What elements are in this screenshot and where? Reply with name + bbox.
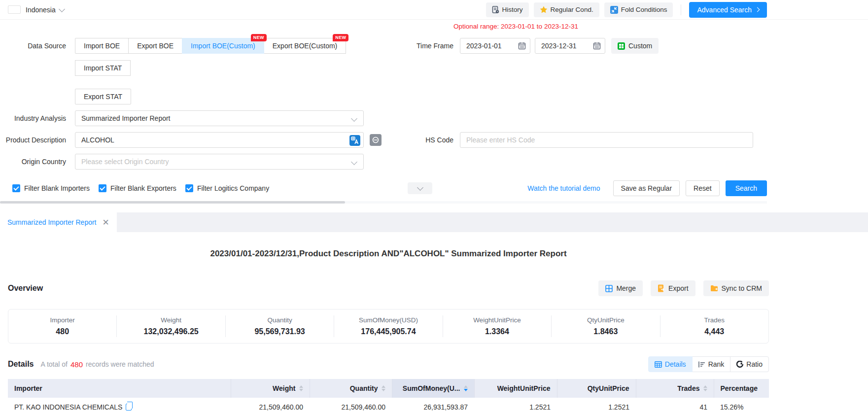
view-toggle: Details Rank Ratio xyxy=(648,356,769,372)
chevron-right-icon xyxy=(755,7,760,12)
product-description-input[interactable] xyxy=(81,136,347,144)
cell-weight: 21,509,460.00 xyxy=(231,398,310,413)
new-badge: NEW xyxy=(333,34,348,41)
sort-icon[interactable] xyxy=(703,385,707,391)
table-icon xyxy=(655,361,662,368)
tab-import-boe-custom[interactable]: Import BOE(Custom) NEW xyxy=(182,38,264,54)
tab-import-boe[interactable]: Import BOE xyxy=(75,38,129,54)
custom-range-button[interactable]: Custom xyxy=(611,38,659,54)
country-selector-label[interactable]: Indonesia xyxy=(26,6,56,14)
checkbox-checked-icon xyxy=(185,184,193,192)
checkbox-checked-icon xyxy=(99,184,106,192)
divider xyxy=(681,4,681,15)
filter-blank-importers-checkbox[interactable]: Filter Blank Importers xyxy=(12,184,90,192)
col-weight[interactable]: Weight xyxy=(231,379,310,398)
date-from-field[interactable] xyxy=(460,38,530,54)
match-suffix: records were matched xyxy=(86,360,154,368)
product-description-label: Product Description xyxy=(0,132,75,148)
report-title: 2023/01/01-2023/12/31,Product Descriptio… xyxy=(8,249,769,259)
advanced-search-button[interactable]: Advanced Search xyxy=(689,2,767,18)
product-description-field[interactable] xyxy=(75,132,364,148)
stat-trades: Trades 4,443 xyxy=(660,315,768,337)
col-importer: Importer xyxy=(8,379,231,398)
data-source-label: Data Source xyxy=(0,38,75,54)
date-to-input[interactable] xyxy=(541,42,590,50)
close-icon[interactable]: ✕ xyxy=(103,218,109,227)
stat-sum-of-money: SumOfMoney(USD) 176,445,905.74 xyxy=(334,315,442,337)
export-button[interactable]: Export xyxy=(651,280,695,296)
cell-sum-of-money: 26,931,593.87 xyxy=(392,398,474,413)
hs-code-input[interactable] xyxy=(466,136,747,144)
view-rank-button[interactable]: Rank xyxy=(692,356,731,372)
collapse-form-button[interactable] xyxy=(408,182,432,194)
save-as-regular-button[interactable]: Save as Regular xyxy=(613,180,680,196)
copy-icon[interactable] xyxy=(126,404,132,411)
col-weight-unit-price: WeightUnitPrice xyxy=(474,379,557,398)
sort-desc-icon[interactable] xyxy=(464,385,468,391)
col-sum-of-money[interactable]: SumOfMoney(U... xyxy=(392,379,474,398)
hs-code-field[interactable] xyxy=(460,132,753,148)
date-from-input[interactable] xyxy=(466,42,515,50)
cell-quantity: 21,509,460.00 xyxy=(310,398,392,413)
match-prefix: A total of xyxy=(40,360,67,368)
tutorial-demo-link[interactable]: Watch the tutorial demo xyxy=(527,184,600,192)
filter-logitics-company-checkbox[interactable]: Filter Logitics Company xyxy=(185,184,269,192)
sort-icon[interactable] xyxy=(299,385,303,391)
chevron-down-icon xyxy=(351,159,357,165)
chevron-down-icon xyxy=(417,184,423,191)
scrollbar-thumb[interactable] xyxy=(0,201,345,204)
new-badge: NEW xyxy=(251,34,267,41)
cell-weight-unit-price: 1.2521 xyxy=(474,398,557,413)
overview-heading: Overview xyxy=(8,284,43,293)
top-bar: Indonesia History Regular Cond. Fold Con… xyxy=(0,0,868,20)
view-ratio-button[interactable]: Ratio xyxy=(730,356,769,372)
search-button[interactable]: Search xyxy=(726,180,767,196)
col-quantity[interactable]: Quantity xyxy=(310,379,392,398)
fold-icon xyxy=(610,6,618,14)
tab-summarized-importer-report[interactable]: Summarized Importer Report ✕ xyxy=(0,212,117,232)
chevron-down-icon[interactable] xyxy=(59,6,65,12)
origin-country-select[interactable]: Please select Origin Country xyxy=(75,154,364,170)
regular-cond-button[interactable]: Regular Cond. xyxy=(534,2,599,17)
tab-import-stat[interactable]: Import STAT xyxy=(75,60,131,76)
stat-weight: Weight 132,032,496.25 xyxy=(116,315,225,337)
tab-export-stat[interactable]: Export STAT xyxy=(75,89,131,104)
data-source-tabs: Import BOE Export BOE Import BOE(Custom)… xyxy=(75,38,371,104)
chevron-down-icon xyxy=(351,115,357,122)
col-trades[interactable]: Trades xyxy=(636,379,714,398)
cell-qty-unit-price: 1.2521 xyxy=(557,398,636,413)
folder-sync-icon xyxy=(710,285,718,292)
industry-analysis-select[interactable]: Summarized Importer Report xyxy=(75,110,364,126)
tab-export-boe-custom[interactable]: Export BOE(Custom) NEW xyxy=(264,38,346,54)
tab-export-boe[interactable]: Export BOE xyxy=(128,38,182,54)
sort-icon[interactable] xyxy=(382,385,385,391)
merge-icon xyxy=(605,285,613,292)
fold-conditions-button[interactable]: Fold Conditions xyxy=(604,2,673,17)
time-frame-label: Time Frame xyxy=(389,42,460,50)
origin-country-label: Origin Country xyxy=(0,154,75,170)
custom-icon xyxy=(618,42,625,50)
reset-button[interactable]: Reset xyxy=(686,180,720,196)
indonesia-flag-icon xyxy=(8,5,21,14)
date-to-field[interactable] xyxy=(535,38,605,54)
merge-button[interactable]: Merge xyxy=(598,280,643,296)
exact-match-icon[interactable] xyxy=(370,134,382,146)
stat-weight-unit-price: WeightUnitPrice 1.3364 xyxy=(443,315,551,337)
horizontal-scrollbar[interactable] xyxy=(0,201,767,204)
history-icon xyxy=(492,6,499,13)
history-button[interactable]: History xyxy=(486,2,529,17)
translate-icon[interactable] xyxy=(349,135,360,146)
star-icon xyxy=(540,6,548,13)
cell-percentage: 15.26% xyxy=(714,398,769,413)
checkbox-checked-icon xyxy=(12,184,20,192)
optional-range-hint: Optional range: 2023-01-01 to 2023-12-31 xyxy=(453,22,767,32)
ratio-icon xyxy=(736,361,743,368)
table-header-row: Importer Weight Quantity SumOfMoney(U...… xyxy=(8,379,769,398)
view-details-button[interactable]: Details xyxy=(648,356,693,372)
importer-name-link[interactable]: PT. KAO INDONESIA CHEMICALS xyxy=(14,403,122,411)
result-tab-bar: Summarized Importer Report ✕ xyxy=(0,212,868,232)
sync-to-crm-button[interactable]: Sync to CRM xyxy=(703,280,769,296)
filter-blank-exporters-checkbox[interactable]: Filter Blank Exporters xyxy=(99,184,176,192)
details-table: Importer Weight Quantity SumOfMoney(U...… xyxy=(8,379,769,413)
rank-icon xyxy=(698,361,705,368)
